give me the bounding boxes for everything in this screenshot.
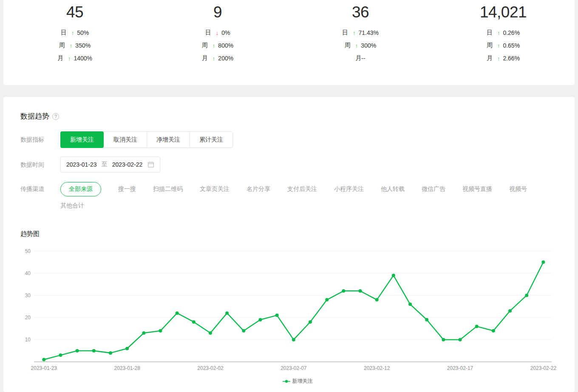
data-point[interactable]: [359, 289, 362, 293]
data-point[interactable]: [408, 303, 412, 306]
channel-item[interactable]: 小程序关注: [334, 185, 364, 193]
date-end[interactable]: 2023-02-22: [112, 161, 143, 168]
data-point[interactable]: [492, 329, 495, 332]
data-point[interactable]: [525, 294, 528, 297]
question-circle-icon[interactable]: ?: [52, 113, 59, 120]
channel-list-row: 全部来源搜一搜扫描二维码文章页关注名片分享支付后关注小程序关注他人转载微信广告视…: [60, 182, 527, 196]
stat-period-label: 日: [342, 29, 348, 37]
stat-period-label: 周: [59, 42, 65, 49]
channel-item[interactable]: 他人转载: [381, 185, 405, 193]
channel-item[interactable]: 视频号: [509, 185, 527, 193]
data-point[interactable]: [59, 353, 62, 357]
metric-tab[interactable]: 累计关注: [190, 132, 232, 148]
metric-tab[interactable]: 新增关注: [60, 131, 104, 148]
stat-change-value: 50%: [77, 29, 89, 36]
data-point[interactable]: [459, 338, 462, 341]
calendar-icon[interactable]: [147, 161, 154, 168]
channel-list: 全部来源搜一搜扫描二维码文章页关注名片分享支付后关注小程序关注他人转载微信广告视…: [60, 182, 527, 210]
channel-item[interactable]: 微信广告: [422, 185, 445, 193]
date-range-picker[interactable]: 2023-01-23 至 2023-02-22: [60, 156, 160, 173]
stat-change-row: 日↑0.26%: [432, 26, 575, 39]
stat-card: 45日↑50%周↑350%月↑1400%: [3, 3, 146, 85]
data-point[interactable]: [159, 329, 162, 332]
channel-item[interactable]: 搜一搜: [118, 185, 136, 193]
data-point[interactable]: [192, 320, 196, 324]
x-axis-tick-label: 2023-02-02: [197, 365, 224, 371]
data-point[interactable]: [392, 274, 395, 277]
y-axis-tick-label: 50: [25, 248, 31, 254]
metric-row: 数据指标 新增关注取消关注净增关注累计关注: [20, 131, 575, 148]
data-point[interactable]: [176, 311, 179, 315]
data-point[interactable]: [209, 331, 212, 335]
stat-period-label: 周: [202, 42, 208, 49]
channel-item[interactable]: 名片分享: [246, 185, 270, 193]
data-point[interactable]: [92, 349, 96, 352]
data-point[interactable]: [125, 347, 129, 350]
channel-item[interactable]: 扫描二维码: [153, 185, 183, 193]
data-point[interactable]: [508, 309, 512, 312]
stat-change-row: 周↑0.65%: [432, 39, 575, 52]
metric-tab[interactable]: 取消关注: [104, 132, 147, 148]
data-point[interactable]: [325, 298, 329, 301]
channel-item[interactable]: 其他合计: [60, 202, 84, 210]
metric-row-label: 数据指标: [20, 131, 60, 148]
series-line: [44, 262, 543, 360]
stat-change-value: 350%: [75, 42, 91, 49]
data-point[interactable]: [442, 338, 445, 341]
channel-item[interactable]: 视频号直播: [462, 185, 492, 193]
trend-arrow-up-icon: ↑: [71, 30, 74, 36]
stat-period-label: 日: [205, 29, 211, 37]
x-axis-tick-label: 2023-01-23: [31, 365, 57, 371]
stat-change-value: 300%: [361, 42, 376, 49]
data-point[interactable]: [76, 349, 79, 352]
stat-change-value: 0.65%: [503, 42, 520, 49]
stat-change-value: 1400%: [74, 55, 92, 62]
data-point[interactable]: [475, 325, 479, 328]
stat-change-row: 周↑300%: [289, 39, 432, 52]
trend-arrow-up-icon: ↑: [497, 43, 500, 49]
trend-arrow-up-icon: ↑: [212, 55, 215, 62]
trends-card: 数据趋势 ? 数据指标 新增关注取消关注净增关注累计关注 数据时间 2023-0…: [3, 97, 575, 392]
data-point[interactable]: [259, 318, 262, 321]
y-axis-tick-label: 30: [25, 293, 31, 298]
stat-change-row: 日↑71.43%: [289, 26, 432, 39]
date-start[interactable]: 2023-01-23: [66, 161, 97, 168]
stat-period-label: 月: [202, 54, 208, 62]
data-point[interactable]: [292, 338, 295, 341]
data-point[interactable]: [225, 311, 229, 315]
channel-item[interactable]: 文章页关注: [200, 185, 230, 193]
data-point[interactable]: [109, 351, 112, 355]
trend-arrow-up-icon: ↑: [497, 30, 500, 36]
trend-arrow-down-icon: ↓: [216, 30, 219, 36]
stat-change-value: 800%: [218, 42, 233, 49]
stat-period-label: 周: [487, 42, 493, 49]
channel-item[interactable]: 全部来源: [60, 182, 101, 196]
data-point[interactable]: [309, 320, 312, 324]
stat-period-label: 周: [345, 42, 351, 49]
chart-legend: 新增关注: [20, 378, 575, 385]
data-point[interactable]: [342, 289, 345, 293]
data-point[interactable]: [541, 261, 545, 264]
stat-change-value: 2.66%: [503, 55, 520, 62]
data-point[interactable]: [242, 329, 245, 332]
data-point[interactable]: [425, 318, 428, 321]
stat-period-label: 月: [57, 54, 63, 62]
stat-change-value: 0.26%: [503, 29, 520, 36]
trend-arrow-up-icon: ↑: [70, 43, 73, 49]
chart-title: 趋势图: [20, 230, 575, 238]
stat-card: 36日↑71.43%周↑300%月--: [289, 3, 432, 85]
data-point[interactable]: [42, 358, 45, 361]
stat-change-row: 日↓0%: [146, 26, 289, 39]
x-axis-tick-label: 2023-01-28: [114, 365, 140, 371]
channel-item[interactable]: 支付后关注: [287, 185, 317, 193]
metric-tab[interactable]: 净增关注: [147, 132, 190, 148]
data-point[interactable]: [142, 331, 145, 335]
data-point[interactable]: [375, 298, 379, 301]
x-axis-tick-label: 2023-02-07: [280, 365, 307, 371]
data-point[interactable]: [275, 314, 279, 317]
stat-change-row: 月--: [289, 52, 432, 65]
channel-row-label: 传播渠道: [20, 182, 60, 196]
legend-item[interactable]: 新增关注: [283, 378, 313, 385]
section-title: 数据趋势: [20, 111, 49, 121]
y-axis-tick-label: 20: [25, 315, 31, 321]
